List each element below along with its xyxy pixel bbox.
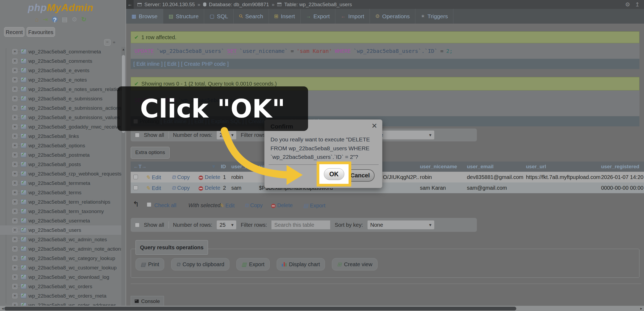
- check-all-checkbox[interactable]: [147, 202, 151, 207]
- expand-icon[interactable]: [12, 152, 17, 158]
- scroll-right-icon[interactable]: ►: [640, 307, 643, 310]
- expand-icon[interactable]: [12, 228, 17, 233]
- breadcrumb-server[interactable]: Server: 10.204.130.55: [144, 2, 195, 8]
- header-user-registered[interactable]: user_registered: [601, 164, 639, 170]
- recent-tab[interactable]: Recent: [4, 27, 24, 37]
- ok-button[interactable]: OK: [324, 168, 344, 180]
- tab-sql[interactable]: ▢ SQL: [204, 9, 234, 24]
- back-icon[interactable]: ←: [126, 0, 134, 9]
- sidebar-table-item[interactable]: wp_22bac5eba8_commentmeta: [0, 47, 121, 56]
- sidebar-table-item[interactable]: wp_22bac5eba8_terms: [0, 188, 121, 197]
- header-user-nicename[interactable]: user_nicename: [420, 164, 457, 170]
- expand-icon[interactable]: [12, 265, 17, 270]
- delete-row-link[interactable]: Delete: [199, 174, 220, 180]
- tab-triggers[interactable]: ✶ Triggers: [415, 9, 453, 24]
- copy-row-link[interactable]: Copy: [172, 174, 190, 180]
- create-view-button[interactable]: Create view: [332, 258, 377, 270]
- phpmyadmin-logo[interactable]: phpMyAdmin: [0, 2, 121, 13]
- sidebar-table-item[interactable]: wp_22bac5eba8_wc_category_lookup: [0, 254, 121, 263]
- sidebar-table-item[interactable]: wp_22bac5eba8_godaddy_mwc_receive: [0, 122, 121, 131]
- delete-selected-link[interactable]: Delete: [271, 202, 293, 208]
- scroll-up-icon[interactable]: ▲: [121, 47, 126, 51]
- breadcrumb-database[interactable]: Database: db_dom908871: [209, 2, 269, 8]
- home-icon[interactable]: ⌂: [35, 16, 39, 23]
- row-checkbox[interactable]: [133, 175, 138, 179]
- header-user-login[interactable]: user_login: [231, 164, 257, 170]
- expand-icon[interactable]: [12, 105, 17, 111]
- sidebar-table-item[interactable]: wp_22bac5eba8_posts: [0, 160, 121, 169]
- copy-to-clipboard-button[interactable]: Copy to clipboard: [171, 258, 229, 270]
- filter-rows-input[interactable]: Search this table: [271, 220, 330, 229]
- sidebar-table-item[interactable]: wp_22bac5eba8_wc_download_log: [0, 272, 121, 282]
- expand-icon[interactable]: [12, 49, 17, 54]
- expand-icon[interactable]: [12, 275, 17, 280]
- export-selected-link[interactable]: Export: [303, 202, 325, 209]
- header-user-email[interactable]: user_email: [467, 164, 493, 170]
- sidebar-table-item[interactable]: wp_22bac5eba8_postmeta: [0, 150, 121, 160]
- sort-desc-icon[interactable]: ▼: [211, 164, 216, 170]
- expand-icon[interactable]: [12, 209, 17, 214]
- delete-row-link[interactable]: Delete: [199, 185, 220, 191]
- tab-operations[interactable]: ⚙ Operations: [370, 9, 415, 24]
- link-icon[interactable]: ⚭: [112, 40, 116, 45]
- print-button[interactable]: Print: [136, 258, 164, 270]
- sidebar-table-item[interactable]: wp_22bac5eba8_termmeta: [0, 178, 121, 188]
- sidebar-table-item[interactable]: wp_22bac5eba8_wc_customer_lookup: [0, 263, 121, 272]
- scroll-thumb[interactable]: [4, 307, 516, 310]
- sidebar-table-item[interactable]: wp_22bac5eba8_wc_order_addresses: [0, 301, 121, 306]
- logout-icon[interactable]: ⇥: [43, 16, 48, 23]
- expand-icon[interactable]: [12, 115, 17, 120]
- expand-icon[interactable]: [12, 96, 17, 101]
- expand-icon[interactable]: [12, 124, 17, 129]
- scroll-top-icon[interactable]: ↥: [635, 1, 640, 8]
- expand-icon[interactable]: [12, 303, 17, 306]
- tab-search[interactable]: ⚲ Search: [234, 9, 269, 24]
- expand-icon[interactable]: [12, 293, 17, 298]
- sidebar-table-item[interactable]: wp_22bac5eba8_e_submissions_values: [0, 113, 121, 122]
- query-results-operations-legend[interactable]: Query results operations: [136, 240, 208, 255]
- favourites-tab[interactable]: Favourites: [27, 27, 55, 37]
- docs-icon[interactable]: ▤: [62, 16, 68, 23]
- display-chart-button[interactable]: Display chart: [277, 258, 325, 270]
- expand-icon[interactable]: [12, 218, 17, 223]
- tab-export[interactable]: → Export: [301, 9, 335, 24]
- expand-icon[interactable]: [12, 246, 17, 251]
- extra-options-button[interactable]: Extra options: [131, 147, 170, 159]
- edit-inline-link[interactable]: [ Edit inline ]: [133, 61, 163, 67]
- export-button[interactable]: Export: [236, 258, 270, 270]
- help-icon[interactable]: ?: [52, 16, 58, 22]
- collapse-all-icon[interactable]: −: [104, 39, 111, 46]
- sidebar-table-item[interactable]: wp_22bac5eba8_e_submissions: [0, 94, 121, 103]
- expand-icon[interactable]: [12, 68, 17, 73]
- expand-icon[interactable]: [12, 284, 17, 289]
- expand-icon[interactable]: [12, 190, 17, 195]
- header-user-url[interactable]: user_url: [526, 164, 546, 170]
- sidebar-table-item[interactable]: wp_22bac5eba8_e_submissions_actions: [0, 103, 121, 113]
- show-all-checkbox[interactable]: [135, 133, 140, 137]
- expand-icon[interactable]: [12, 77, 17, 82]
- sidebar-table-item[interactable]: wp_22bac5eba8_wc_admin_note_actions: [0, 244, 121, 254]
- num-rows-select[interactable]: 25: [217, 220, 236, 229]
- check-all-link[interactable]: Check all: [154, 202, 176, 208]
- console-button[interactable]: Console: [131, 296, 164, 306]
- create-php-link[interactable]: [ Create PHP code ]: [181, 61, 229, 67]
- tab-structure[interactable]: ▤ Structure: [163, 9, 204, 24]
- sidebar-table-item[interactable]: wp_22bac5eba8_term_relationships: [0, 197, 121, 207]
- expand-icon[interactable]: [12, 199, 17, 204]
- expand-icon[interactable]: [12, 87, 17, 92]
- sort-key-select[interactable]: None: [367, 220, 434, 229]
- sidebar-table-item[interactable]: wp_22bac5eba8_usermeta: [0, 216, 121, 225]
- column-options-header[interactable]: ←T→: [133, 164, 147, 170]
- sidebar-table-item[interactable]: wp_22bac5eba8_wc_orders: [0, 282, 121, 291]
- show-all-checkbox[interactable]: [135, 223, 140, 227]
- tab-insert[interactable]: ⊞ Insert: [269, 9, 301, 24]
- expand-icon[interactable]: [12, 256, 17, 261]
- tab-import[interactable]: ← Import: [335, 9, 370, 24]
- sidebar-table-item[interactable]: wp_22bac5eba8_links: [0, 131, 121, 141]
- sidebar-table-item[interactable]: wp_22bac5eba8_e_notes: [0, 75, 121, 85]
- settings-icon[interactable]: ⚙: [72, 16, 77, 23]
- sidebar-table-item[interactable]: wp_22bac5eba8_comments: [0, 56, 121, 66]
- header-id[interactable]: ID: [219, 164, 226, 170]
- sidebar-table-item[interactable]: wp_22bac5eba8_wc_orders_meta: [0, 291, 121, 301]
- row-checkbox[interactable]: [133, 185, 138, 190]
